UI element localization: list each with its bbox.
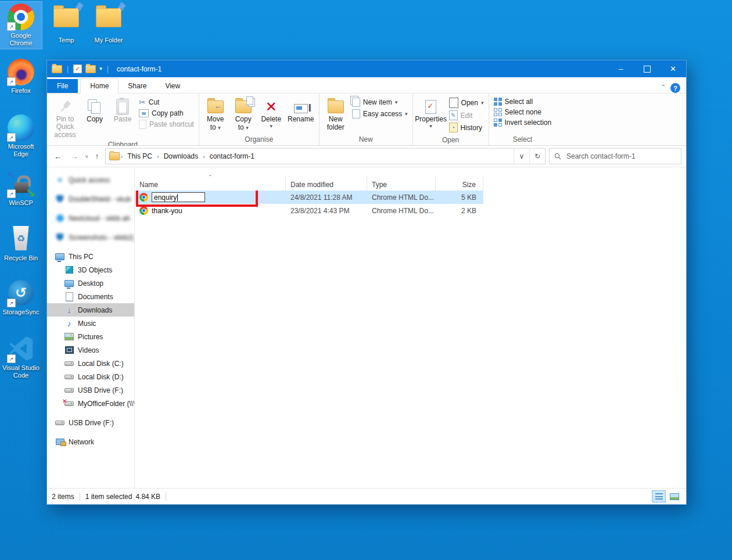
paste-shortcut-button[interactable]: Paste shortcut (139, 120, 194, 129)
address-bar[interactable]: › This PC › Downloads › contact-form-1 ∨… (105, 148, 546, 164)
recent-locations-caret-icon[interactable]: ∨ (84, 153, 89, 159)
desktop-icon-google-chrome[interactable]: ↗ Google Chrome (0, 2, 42, 49)
open-button[interactable]: Open ▾ (449, 98, 484, 108)
tab-file[interactable]: File (47, 79, 78, 93)
delete-button[interactable]: ✕ Delete ▾ (257, 95, 285, 130)
desktop-icon-recycle-bin[interactable]: ♻ Recycle Bin (0, 223, 42, 264)
forward-button[interactable]: → (68, 152, 81, 161)
minimize-button[interactable]: – (608, 60, 634, 77)
sidebar-item-cloud-2[interactable]: Nextcloud - vkkb-ah (47, 211, 134, 225)
maximize-button[interactable] (634, 60, 660, 77)
qat-properties-icon[interactable]: ✓ (73, 64, 82, 73)
paste-icon (116, 99, 129, 115)
sidebar-item-network[interactable]: Network (47, 435, 134, 448)
sidebar-item-myofficefolder[interactable]: MyOfficeFolder (\\\ (47, 397, 134, 410)
breadcrumb-this-pc[interactable]: This PC (124, 152, 156, 160)
cut-button[interactable]: ✂ Cut (139, 98, 194, 107)
rename-icon (294, 104, 308, 113)
sidebar-item-usb-drive-f[interactable]: USB Drive (F:) (47, 383, 134, 397)
sidebar-item-cloud-3[interactable]: Screenshots - vkkb2( (47, 231, 134, 244)
sidebar-item-3d-objects[interactable]: 3D Objects (47, 263, 134, 277)
move-to-button[interactable]: ← Move to ▾ (202, 95, 229, 133)
sidebar-item-quick-access[interactable]: ★ Quick access (47, 173, 134, 186)
file-type: Chrome HTML Do... (367, 207, 436, 215)
address-dropdown-button[interactable]: ∨ (514, 149, 529, 164)
qat-new-folder-icon[interactable] (85, 65, 96, 73)
thumbnail-view-button[interactable] (668, 490, 681, 502)
collapse-ribbon-icon[interactable]: ˆ (662, 84, 665, 92)
breadcrumb-contact-form-1[interactable]: contact-form-1 (206, 152, 258, 160)
refresh-button[interactable]: ↻ (529, 149, 545, 164)
sidebar-item-documents[interactable]: Documents (47, 290, 134, 303)
new-folder-button[interactable]: New folder (322, 95, 350, 133)
help-icon[interactable]: ? (670, 83, 680, 93)
up-button[interactable]: ↑ (93, 152, 102, 161)
desktop-icon-microsoft-edge[interactable]: ↗ Microsoft Edge (0, 113, 42, 160)
rename-button[interactable]: Rename (285, 95, 317, 124)
copy-to-button[interactable]: Copy to ▾ (229, 95, 257, 133)
history-button[interactable]: ◔ History (449, 123, 484, 132)
sidebar-item-this-pc[interactable]: This PC (47, 250, 134, 263)
file-row-thank-you[interactable]: thank-you 23/8/2021 4:43 PM Chrome HTML … (135, 204, 483, 217)
tab-home[interactable]: Home (80, 78, 119, 94)
pin-to-quick-access-button[interactable]: Pin to Quick access (49, 95, 81, 140)
invert-selection-button[interactable]: Invert selection (494, 119, 552, 127)
column-header-type[interactable]: Type (367, 175, 436, 191)
desktop-icon-my-folder[interactable]: ⇄ My Folder (88, 2, 130, 46)
file-size: 2 KB (436, 207, 483, 215)
properties-icon (425, 100, 436, 114)
rename-input[interactable]: enquiry (152, 192, 205, 202)
tab-share[interactable]: Share (119, 79, 156, 93)
sidebar-item-usb-drive-f-root[interactable]: USB Drive (F:) (47, 416, 134, 429)
sidebar-item-local-disk-d[interactable]: Local Disk (D:) (47, 370, 134, 383)
close-button[interactable]: ✕ (660, 60, 686, 77)
star-icon: ★ (55, 175, 64, 185)
dropdown-caret-icon: ▾ (395, 100, 398, 105)
item-count: 2 items (52, 493, 74, 501)
file-row-enquiry[interactable]: enquiry 24/8/2021 11:28 AM Chrome HTML D… (135, 191, 483, 204)
qat-separator: | (67, 65, 69, 73)
new-item-button[interactable]: New item ▾ (352, 98, 408, 107)
copy-path-button[interactable]: w Copy path (139, 109, 194, 117)
sidebar-item-music[interactable]: ♪ Music (47, 317, 134, 330)
paste-button[interactable]: Paste (109, 95, 137, 124)
title-bar[interactable]: | ✓ ▾ | contact-form-1 – ✕ (47, 60, 686, 77)
ribbon-group-open: Properties ▾ Open ▾ ✎ Edit ◔ His (412, 94, 489, 145)
desktop-icon-storagesync[interactable]: ↺ ↗ StorageSync (0, 278, 42, 318)
desktop-icon-label: Microsoft Edge (0, 143, 42, 158)
search-box[interactable] (549, 148, 681, 164)
status-bar: 2 items 1 item selected 4.84 KB (47, 488, 686, 504)
edit-button[interactable]: ✎ Edit (449, 110, 484, 120)
column-header-date-modified[interactable]: Date modified (286, 175, 367, 191)
desktop-icon-label: My Folder (88, 37, 130, 44)
desktop-icon-firefox[interactable]: ↗ Firefox (0, 57, 42, 96)
sidebar-item-downloads[interactable]: ↓ Downloads (47, 303, 134, 317)
easy-access-button[interactable]: Easy access ▾ (352, 109, 408, 119)
vscode-icon: ↗ (8, 336, 34, 362)
breadcrumb-downloads[interactable]: Downloads (160, 152, 202, 160)
sidebar-item-videos[interactable]: Videos (47, 343, 134, 357)
window-title: contact-form-1 (117, 65, 162, 73)
desktop-icon-winscp[interactable]: ↖ ↘ ↗ WinSCP (0, 169, 42, 209)
dropdown-caret-icon: ▾ (481, 100, 484, 106)
sidebar-item-local-disk-c[interactable]: Local Disk (C:) (47, 357, 134, 370)
tab-view[interactable]: View (156, 79, 189, 93)
back-button[interactable]: ← (52, 152, 64, 161)
desktop-icon-visual-studio-code[interactable]: ↗ Visual Studio Code (0, 334, 42, 381)
properties-button[interactable]: Properties ▾ (415, 95, 447, 130)
sidebar-item-pictures[interactable]: Pictures (47, 330, 134, 343)
search-input[interactable] (565, 152, 676, 161)
qat-customize-caret-icon[interactable]: ▾ (99, 66, 102, 71)
sidebar-item-cloud-1[interactable]: DoubleShield - vkub (47, 192, 134, 206)
desktop-icon-label: WinSCP (0, 199, 42, 207)
dropdown-caret-icon: ▾ (218, 125, 221, 131)
copy-button[interactable]: Copy (81, 95, 109, 124)
shortcut-arrow-icon: ↗ (7, 299, 16, 307)
maximize-icon (644, 66, 651, 73)
details-view-button[interactable] (652, 490, 666, 502)
desktop-icon-temp[interactable]: ⇄ Temp (45, 2, 87, 46)
sidebar-item-desktop[interactable]: Desktop (47, 277, 134, 290)
select-all-button[interactable]: Select all (494, 98, 552, 106)
column-header-size[interactable]: Size (436, 175, 483, 191)
select-none-button[interactable]: Select none (494, 108, 552, 116)
